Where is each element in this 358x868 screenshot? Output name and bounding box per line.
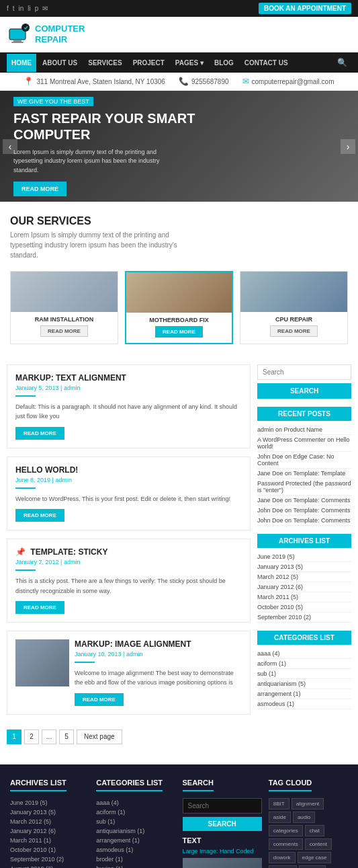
facebook-icon[interactable]: f [7, 5, 9, 12]
list-item[interactable]: August 2010 (3) [10, 864, 89, 868]
list-item[interactable]: January 2012 (6) [10, 826, 89, 836]
post-meta-1: January 5, 2013 | admin [15, 385, 242, 391]
list-item[interactable]: antiquarianism (1) [96, 826, 175, 836]
tag-item[interactable]: edge case [298, 852, 332, 863]
list-item[interactable]: January 2013 (5) [10, 807, 89, 817]
appointment-button[interactable]: BOOK AN APPOINTMENT [259, 3, 351, 14]
sidebar-search-button[interactable]: SEARCH [257, 383, 351, 399]
list-item[interactable]: September 2010 (2) [10, 855, 89, 864]
tag-item[interactable]: embeds [269, 865, 297, 868]
list-item[interactable]: asmodeus (1) [257, 699, 351, 709]
service-image-cpu [240, 272, 347, 312]
tag-item[interactable]: comments [269, 838, 303, 850]
list-item[interactable]: arrangement (1) [96, 836, 175, 845]
list-item[interactable]: March 2011 (5) [257, 592, 351, 602]
logo: COMPUTER REPAIR [7, 22, 85, 46]
tag-item[interactable]: audio [293, 812, 316, 823]
list-item[interactable]: broder (1) [96, 855, 175, 864]
page-btn-1[interactable]: 1 [7, 729, 21, 744]
read-more-btn-3[interactable]: READ MORE [15, 601, 64, 614]
service-btn-cpu[interactable]: READ MORE [270, 325, 318, 337]
logo-text: COMPUTER REPAIR [35, 24, 85, 44]
pinterest-icon[interactable]: p [35, 5, 39, 12]
read-more-btn-2[interactable]: READ MORE [15, 509, 64, 522]
nav-about[interactable]: ABOUT US [38, 54, 82, 72]
email-icon[interactable]: ✉ [42, 5, 48, 12]
page-btn-5[interactable]: 5 [59, 729, 74, 744]
service-btn-motherboard[interactable]: READ MORE [155, 326, 203, 338]
list-item[interactable]: March 2012 (5) [257, 572, 351, 582]
list-item[interactable]: January 2013 (5) [257, 562, 351, 572]
tag-item[interactable]: content [305, 838, 332, 850]
page-next-button[interactable]: Next page [77, 729, 122, 744]
list-item[interactable]: sub (1) [96, 817, 175, 826]
phone-item: 📞 9255687890 [179, 77, 229, 86]
post-meta-2: June 8, 2019 | admin [15, 477, 242, 483]
instagram-icon[interactable]: in [19, 5, 24, 12]
footer-text-image [183, 858, 262, 868]
services-description: Lorem Ipsum is simply dummy text of the … [10, 230, 178, 260]
list-item[interactable]: aaaa (4) [257, 649, 351, 659]
tag-item[interactable]: dowork [269, 852, 296, 863]
post-title-2: HELLO WORLD! [15, 465, 242, 475]
nav-search-icon[interactable]: 🔍 [333, 52, 351, 73]
list-item[interactable]: October 2010 (1) [10, 845, 89, 855]
service-btn-ram[interactable]: READ MORE [40, 325, 88, 337]
read-more-btn-1[interactable]: READ MORE [15, 427, 64, 440]
read-more-btn-4[interactable]: READ MORE [75, 693, 124, 706]
list-item[interactable]: aaaa (4) [96, 798, 175, 807]
post-divider-3 [15, 569, 36, 571]
list-item[interactable]: antiquarianism (5) [257, 679, 351, 689]
footer-search-input[interactable] [183, 798, 262, 814]
list-item: Jane Doe on Template: Comments [257, 496, 351, 506]
footer-grid: ARCHIVES LIST June 2019 (5) January 2013… [10, 778, 348, 868]
post-content-4: MARKUP: IMAGE ALIGNMENT January 10, 2013… [75, 639, 242, 706]
tag-item[interactable]: chat [305, 825, 324, 836]
post-excerpt-3: This is a sticky post. There are a few t… [15, 576, 242, 596]
list-item[interactable]: June 2019 (5) [10, 798, 89, 807]
hero-read-more-button[interactable]: READ MORE [13, 182, 66, 196]
list-item[interactable]: aciform (1) [96, 807, 175, 817]
list-item[interactable]: September 2010 (2) [257, 613, 351, 623]
tag-item[interactable]: excerpt [299, 865, 326, 868]
footer-widgets: ARCHIVES LIST June 2019 (5) January 2013… [0, 764, 358, 868]
list-item[interactable]: aciform (1) [257, 659, 351, 669]
list-item[interactable]: October 2010 (5) [257, 602, 351, 613]
twitter-icon[interactable]: t [13, 5, 15, 12]
footer-search-button[interactable]: SEARCH [183, 817, 262, 831]
tag-item[interactable]: categories [269, 825, 303, 836]
recent-posts-list: admin on Product Name A WordPress Commen… [257, 425, 351, 526]
list-item[interactable]: asmodeus (1) [96, 845, 175, 855]
archives-list: June 2019 (5) January 2013 (5) March 201… [257, 552, 351, 623]
linkedin-icon[interactable]: li [28, 5, 30, 12]
list-item[interactable]: January 2012 (6) [257, 582, 351, 592]
nav-contact[interactable]: CONTACT US [240, 54, 293, 72]
page-btn-2[interactable]: 2 [24, 729, 39, 744]
hero-next-arrow[interactable]: › [341, 139, 355, 154]
nav-home[interactable]: HOME [7, 54, 36, 72]
list-item[interactable]: June 2019 (5) [257, 552, 351, 562]
sidebar-search-input[interactable] [257, 364, 351, 380]
header: COMPUTER REPAIR [0, 17, 358, 52]
hero-prev-arrow[interactable]: ‹ [3, 139, 17, 154]
email-text: computerrepair@gmail.com [252, 78, 334, 85]
list-item: John Doe on Template: Comments [257, 506, 351, 516]
nav-blog[interactable]: BLOG [210, 54, 238, 72]
nav-services[interactable]: SERVICES [83, 54, 126, 72]
sidebar-search: SEARCH [257, 364, 351, 407]
nav-project[interactable]: PROJECT [128, 54, 169, 72]
list-item[interactable]: March 2012 (5) [10, 817, 89, 826]
list-item[interactable]: sub (1) [257, 669, 351, 679]
list-item[interactable]: buying (1) [96, 864, 175, 868]
list-item: A WordPress Commenter on Hello world! [257, 435, 351, 452]
cpu-image [240, 272, 347, 312]
tag-item[interactable]: alignment [292, 798, 324, 810]
post-title-1: MARKUP: TEXT ALIGNMENT [15, 373, 242, 383]
tag-item[interactable]: 8BIT [269, 798, 289, 810]
list-item[interactable]: arrangement (1) [257, 689, 351, 699]
tag-item[interactable]: aside [269, 812, 291, 823]
nav-pages[interactable]: PAGES ▾ [171, 54, 208, 72]
location-icon: 📍 [24, 77, 34, 86]
list-item[interactable]: March 2011 (1) [10, 836, 89, 845]
categories-title: CATEGORIES LIST [257, 631, 351, 645]
